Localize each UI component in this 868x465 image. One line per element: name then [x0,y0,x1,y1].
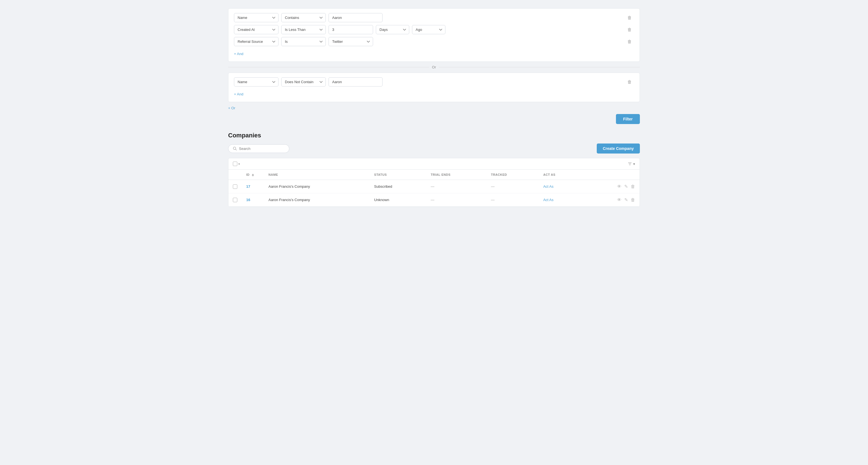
filter-group-1: Name Created At Referral Source Email Co… [228,8,640,62]
filter-unit-2[interactable]: Days Weeks Months [376,25,409,34]
th-act-as: Act As [539,169,583,180]
search-wrapper [228,144,289,153]
filter-value-1[interactable] [329,13,382,22]
table-toolbar: ▾ ▾ [228,158,640,169]
th-trial-ends: Trial Ends [426,169,487,180]
delete-icon-1[interactable]: 🗑 [631,184,635,189]
td-trial-ends-1: — [426,180,487,193]
filter-row-1: Name Created At Referral Source Email Co… [234,13,634,22]
td-actions-1: 👁 ✎ 🗑 [583,180,640,193]
th-tracked: Tracked [487,169,539,180]
view-icon-1[interactable]: 👁 [617,184,621,189]
filter-value-4[interactable] [329,77,382,87]
th-status: Status [370,169,426,180]
filter-icon-chevron: ▾ [633,162,635,166]
edit-icon-2[interactable]: ✎ [624,197,628,203]
table-body: 17 Aaron Francis's Company Subscribed — … [228,180,640,207]
filter-relative-2[interactable]: Ago From Now [412,25,445,34]
row-checkbox-2[interactable] [233,198,237,202]
act-as-link-2[interactable]: Act As [543,198,554,202]
table-head: ID Name Status Trial Ends Tracked Act As [228,169,640,180]
or-separator: Or [228,65,640,69]
create-company-button[interactable]: Create Company [597,144,640,154]
svg-line-1 [236,149,237,151]
td-act-as-1: Act As [539,180,583,193]
filter-operator-3[interactable]: Is Is Not [281,37,326,46]
select-all-checkbox[interactable]: ▾ [233,162,240,166]
filter-field-3[interactable]: Referral Source Name Created At [234,37,278,46]
checkbox-box [233,162,237,166]
th-name: Name [264,169,370,180]
td-check-2 [228,193,242,207]
filter-delete-1[interactable]: 🗑 [625,14,634,22]
filter-row-4: Name Created At Referral Source Email Do… [234,77,634,87]
companies-table: ID Name Status Trial Ends Tracked Act As [228,169,640,207]
filter-icon [628,162,632,166]
th-actions [583,169,640,180]
filter-value-2[interactable] [329,25,373,34]
row-actions-2: 👁 ✎ 🗑 [588,197,635,203]
filter-row-3: Referral Source Name Created At Is Is No… [234,37,634,46]
filter-field-4[interactable]: Name Created At Referral Source Email [234,77,278,87]
table-row: 16 Aaron Francis's Company Unknown — — A… [228,193,640,207]
td-name-2: Aaron Francis's Company [264,193,370,207]
edit-icon-1[interactable]: ✎ [624,184,628,189]
th-id[interactable]: ID [242,169,264,180]
sort-icon-id [252,174,254,176]
td-tracked-1: — [487,180,539,193]
row-checkbox-1[interactable] [233,184,237,189]
filter-group-2: Name Created At Referral Source Email Do… [228,72,640,102]
filter-operator-1[interactable]: Contains Does Not Contain Is Is Not [281,13,326,22]
td-actions-2: 👁 ✎ 🗑 [583,193,640,207]
filter-operator-4[interactable]: Does Not Contain Contains Is Is Not [281,77,326,87]
td-id-2[interactable]: 16 [242,193,264,207]
search-input[interactable] [239,147,285,151]
checkbox-chevron: ▾ [239,162,240,165]
filter-row-2: Created At Name Referral Source Is Less … [234,25,634,34]
th-check [228,169,242,180]
row-actions-1: 👁 ✎ 🗑 [588,184,635,189]
table-header-row: ID Name Status Trial Ends Tracked Act As [228,169,640,180]
filter-delete-3[interactable]: 🗑 [625,38,634,45]
filter-delete-4[interactable]: 🗑 [625,79,634,86]
td-trial-ends-2: — [426,193,487,207]
filter-operator-2[interactable]: Is Less Than Is Greater Than Is Is Betwe… [281,25,326,34]
or-label: Or [432,65,436,69]
act-as-link-1[interactable]: Act As [543,184,554,189]
delete-icon-2[interactable]: 🗑 [631,197,635,203]
td-id-1[interactable]: 17 [242,180,264,193]
add-or-link[interactable]: + Or [228,106,235,110]
filter-field-1[interactable]: Name Created At Referral Source Email [234,13,278,22]
td-status-1: Subscribed [370,180,426,193]
filter-button[interactable]: Filter [616,114,640,124]
companies-table-container: ▾ ▾ ID [228,158,640,207]
trash-icon-1: 🗑 [627,15,632,20]
companies-title: Companies [228,132,261,139]
search-icon [233,147,237,151]
filter-action-row: Filter [228,114,640,124]
td-check-1 [228,180,242,193]
td-act-as-2: Act As [539,193,583,207]
filter-delete-2[interactable]: 🗑 [625,26,634,33]
td-tracked-2: — [487,193,539,207]
trash-icon-2: 🗑 [627,27,632,32]
td-status-2: Unknown [370,193,426,207]
companies-header: Companies [228,132,640,139]
add-and-link-1[interactable]: + And [234,51,243,57]
trash-icon-4: 🗑 [627,80,632,84]
filter-value-3[interactable]: Twitter Facebook Google Direct Other [329,37,373,46]
add-and-link-2[interactable]: + And [234,91,243,97]
filter-field-2[interactable]: Created At Name Referral Source [234,25,278,34]
page-container: Name Created At Referral Source Email Co… [217,0,651,215]
view-icon-2[interactable]: 👁 [617,197,621,203]
table-row: 17 Aaron Francis's Company Subscribed — … [228,180,640,193]
td-name-1: Aaron Francis's Company [264,180,370,193]
trash-icon-3: 🗑 [627,39,632,44]
column-filter-button[interactable]: ▾ [628,162,635,166]
